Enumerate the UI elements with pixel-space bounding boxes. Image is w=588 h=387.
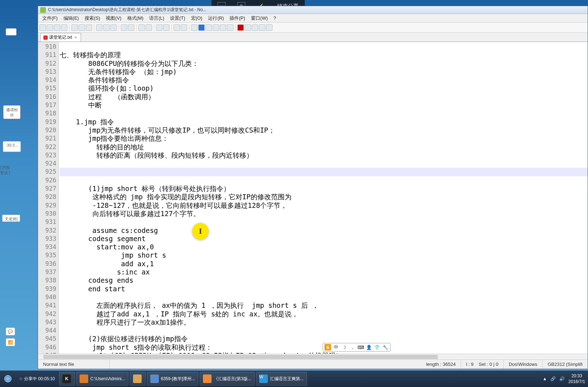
menu-search[interactable]: 搜索(S) xyxy=(82,15,103,22)
taskbar-explorer-label: C:\Users\Admini... xyxy=(90,376,125,381)
tool-fastplay-icon[interactable] xyxy=(259,24,265,31)
system-tray[interactable]: ▲ 🔗 🔊 20:33 2016/7/1 xyxy=(540,373,588,384)
menu-view[interactable]: 视图(V) xyxy=(103,15,124,22)
tool-func-icon[interactable] xyxy=(227,24,233,31)
taskbar-foxit[interactable]: 《汇编语言(第3版... xyxy=(200,372,255,386)
widget-signal[interactable]: 📶 xyxy=(6,338,15,346)
app-icon xyxy=(40,7,46,13)
taskbar-kugou[interactable]: K xyxy=(59,372,75,386)
tool-open-icon[interactable] xyxy=(47,24,53,31)
tool-indent-icon[interactable] xyxy=(191,24,198,31)
horizontal-scrollbar[interactable] xyxy=(38,354,588,359)
toolbar-sep xyxy=(69,24,70,31)
tool-wrap-icon[interactable] xyxy=(181,24,187,31)
ime-keyboard-icon[interactable]: ⌨ xyxy=(357,344,364,350)
tool-sync-icon[interactable] xyxy=(174,24,180,31)
tool-find-icon[interactable] xyxy=(138,24,145,31)
ime-person-icon[interactable]: 👤 xyxy=(366,344,372,350)
wps-icon: W xyxy=(259,374,268,383)
ime-skin-icon[interactable]: 👕 xyxy=(374,344,380,350)
menu-plugin[interactable]: 插件(P) xyxy=(227,15,248,22)
tool-close-icon[interactable] xyxy=(71,24,78,31)
menu-settings[interactable]: 设置(T) xyxy=(167,15,188,22)
taskbar-edu[interactable]: 6359-[教学]潭州... xyxy=(147,372,198,386)
tool-cut-icon[interactable] xyxy=(96,24,103,31)
taskbar-wps[interactable]: W汇编语言王爽第... xyxy=(256,372,307,386)
tab-close-icon[interactable]: ✕ xyxy=(74,35,78,40)
taskbar-calc[interactable] xyxy=(130,372,146,386)
menu-format[interactable]: 格式(M) xyxy=(124,15,147,22)
code-content[interactable]: 七、转移指令的原理 8086CPU的转移指令分为以下几类： 无条件转移指令 （如… xyxy=(59,42,588,354)
tool-print-icon[interactable] xyxy=(86,24,92,31)
status-position: l : 9 Sel : 0 | 0 xyxy=(461,360,504,369)
scrollbar-thumb[interactable] xyxy=(43,355,438,359)
tab-modified-icon xyxy=(43,35,48,40)
taskbar-explorer[interactable]: C:\Users\Admini... xyxy=(76,372,128,386)
toolbar-sep xyxy=(171,24,172,31)
tool-highlight-icon[interactable] xyxy=(198,24,205,31)
tool-hidden-icon[interactable] xyxy=(220,24,226,31)
tray-sound-icon[interactable]: 🔊 xyxy=(559,376,565,381)
toolbar-sep xyxy=(94,24,94,31)
widget-host[interactable] xyxy=(6,28,16,35)
tool-zoomin-icon[interactable] xyxy=(156,24,162,31)
start-button[interactable] xyxy=(0,371,16,387)
status-length: length : 36524 xyxy=(421,360,461,369)
menu-lang[interactable]: 语言(L) xyxy=(146,15,167,22)
widget-duration: :30:3... xyxy=(3,141,21,152)
ime-moon-icon[interactable]: ☽ xyxy=(341,344,347,350)
window-titlebar[interactable]: C:\Users\Administrator\Desktop\逆向工程课程-第七… xyxy=(38,6,588,14)
tool-fold-icon[interactable] xyxy=(205,24,212,31)
menu-help[interactable]: ? xyxy=(271,15,279,21)
tool-savemacro-icon[interactable] xyxy=(266,24,272,31)
folder-icon xyxy=(80,374,88,383)
status-encoding: GB2312 (Simplifi xyxy=(542,360,588,369)
tray-flag-icon[interactable]: ▲ xyxy=(542,376,547,381)
tool-unfold-icon[interactable] xyxy=(213,24,219,31)
menu-run[interactable]: 运行(R) xyxy=(205,15,227,22)
tool-copy-icon[interactable] xyxy=(103,24,110,31)
left-side-widgets: 邀请粉丝 :30:3... ] 的权 变成 [ 天老师] 💬 📶 xyxy=(0,0,20,387)
tool-redo-icon[interactable] xyxy=(128,24,134,31)
tab-current[interactable]: 课堂笔记.txt ✕ xyxy=(40,33,81,42)
tool-save-icon[interactable] xyxy=(54,24,60,31)
widget-teacher[interactable]: 天老师] xyxy=(2,215,20,222)
ime-logo-icon[interactable]: S xyxy=(324,344,331,350)
tray-network-icon[interactable]: 🔗 xyxy=(550,376,556,381)
toolbar xyxy=(38,23,588,33)
cursor-highlight-marker: I xyxy=(192,223,209,239)
windows-taskbar: 分享中 00:05:10 K C:\Users\Admini... 6359-[… xyxy=(0,371,588,387)
tool-stop-icon[interactable] xyxy=(245,24,251,31)
start-orb-icon xyxy=(4,375,11,382)
menu-bar: 文件(F) 编辑(E) 搜索(S) 视图(V) 格式(M) 语言(L) 设置(T… xyxy=(38,14,588,23)
ime-toolbar[interactable]: S 中 ☽ ， ⌨ 👤 👕 🔧 xyxy=(323,343,390,352)
toolbar-sep xyxy=(235,24,236,31)
tray-clock[interactable]: 20:33 2016/7/1 xyxy=(568,373,585,384)
toolbar-sep xyxy=(189,24,189,31)
editor-area[interactable]: 910 911 912 913 914 915 916 917 918 919 … xyxy=(38,42,588,354)
widget-invite-fans[interactable]: 邀请粉丝 xyxy=(3,105,20,119)
widget-chat[interactable]: 💬 xyxy=(6,328,15,335)
toolbar-sep xyxy=(119,24,119,31)
menu-file[interactable]: 文件(F) xyxy=(39,15,61,22)
toolbar-sep xyxy=(154,24,154,31)
tool-closeall-icon[interactable] xyxy=(79,24,85,31)
menu-window[interactable]: 窗口(W) xyxy=(248,15,271,22)
tool-new-icon[interactable] xyxy=(39,24,46,31)
tool-replace-icon[interactable] xyxy=(146,24,152,31)
ime-tool-icon[interactable]: 🔧 xyxy=(382,344,389,350)
tool-record-icon[interactable] xyxy=(237,24,244,31)
tool-saveall-icon[interactable] xyxy=(61,24,67,31)
tab-label: 课堂笔记.txt xyxy=(49,34,72,40)
menu-edit[interactable]: 编辑(E) xyxy=(61,15,82,22)
clock-date: 2016/7/1 xyxy=(568,379,585,384)
tool-paste-icon[interactable] xyxy=(110,24,117,31)
menu-macro[interactable]: 宏(O) xyxy=(188,15,205,22)
ime-mode[interactable]: 中 xyxy=(333,344,339,350)
ime-punct-icon[interactable]: ， xyxy=(349,344,356,350)
taskbar-edu-label: 6359-[教学]潭州... xyxy=(161,376,195,382)
tool-zoomout-icon[interactable] xyxy=(163,24,170,31)
tool-play-icon[interactable] xyxy=(252,24,258,31)
taskbar-foxit-label: 《汇编语言(第3版... xyxy=(214,376,251,382)
tool-undo-icon[interactable] xyxy=(121,24,127,31)
